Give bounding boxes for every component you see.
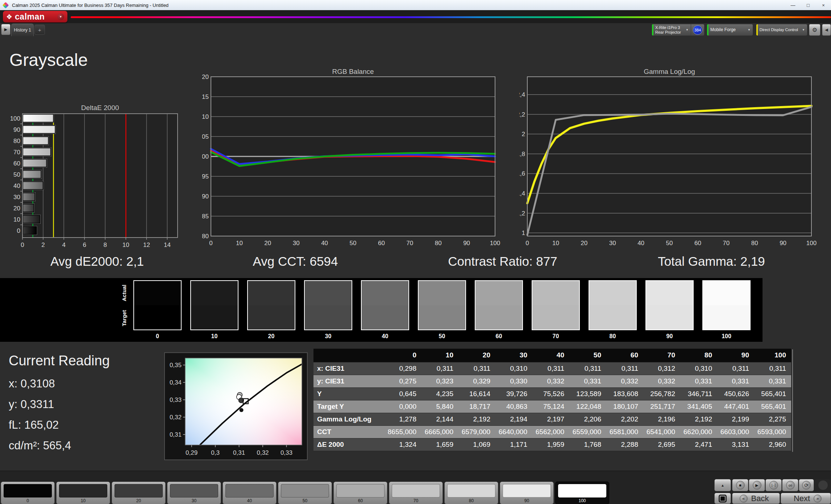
pattern-label: 20 bbox=[112, 498, 165, 503]
svg-text:100: 100 bbox=[490, 240, 500, 247]
table-scrollbar[interactable] bbox=[792, 349, 793, 452]
table-cell: 0,329 bbox=[458, 375, 495, 387]
svg-text:0,32: 0,32 bbox=[257, 449, 269, 456]
back-button[interactable]: « Back bbox=[732, 493, 780, 504]
collapse-panel-button[interactable]: ◀ bbox=[822, 24, 831, 36]
chevron-down-icon: ▼ bbox=[800, 28, 807, 32]
display-control-dropdown[interactable]: Direct Display Control ▼ bbox=[756, 24, 807, 36]
table-cell: 2,275 bbox=[754, 413, 791, 425]
svg-text:0: 0 bbox=[209, 240, 212, 247]
maximize-button[interactable]: □ bbox=[801, 0, 816, 10]
reading-fl: fL: 165,02 bbox=[9, 419, 59, 432]
table-cell: 2,199 bbox=[717, 413, 754, 425]
grayscale-swatch-60 bbox=[475, 280, 523, 330]
chevron-down-icon: ▼ bbox=[684, 28, 691, 32]
svg-text:80: 80 bbox=[435, 240, 442, 247]
table-cell: 1,324 bbox=[385, 438, 421, 451]
read-continuous-button[interactable]: ∞ bbox=[782, 479, 798, 491]
svg-text:1,2: 1,2 bbox=[519, 210, 525, 217]
expand-patterns-button[interactable]: ▲ bbox=[714, 479, 731, 491]
settings-button[interactable]: ⚙ bbox=[809, 24, 820, 36]
pattern-swatch bbox=[281, 484, 329, 497]
back-chevrons-icon: « bbox=[740, 495, 748, 503]
pattern-patch-0[interactable]: 0 bbox=[1, 482, 55, 504]
svg-text:1,6: 1,6 bbox=[519, 170, 525, 177]
table-row: CCT8655,0006665,0006579,0006640,0006562,… bbox=[313, 425, 791, 438]
table-cell: 565,401 bbox=[754, 400, 791, 413]
table-row-label: CCT bbox=[313, 425, 385, 438]
svg-text:110: 110 bbox=[202, 113, 209, 120]
table-cell: 346,711 bbox=[680, 387, 717, 400]
pattern-patch-50[interactable]: 50 bbox=[278, 482, 332, 504]
table-col-header-80: 80 bbox=[680, 349, 717, 362]
grayscale-swatch-10 bbox=[190, 280, 238, 330]
table-cell: 0,332 bbox=[643, 375, 680, 387]
close-button[interactable]: × bbox=[816, 0, 831, 10]
table-cell: 6579,000 bbox=[458, 425, 495, 438]
meter-mode: Rear Projector bbox=[655, 30, 681, 34]
pattern-patch-40[interactable]: 40 bbox=[223, 482, 277, 504]
svg-text:95: 95 bbox=[202, 173, 209, 180]
reading-indicator bbox=[815, 479, 831, 491]
table-cell: 565,401 bbox=[754, 387, 791, 400]
table-cell: 2,288 bbox=[606, 438, 643, 451]
swatch-target bbox=[134, 305, 181, 329]
pattern-swatch bbox=[59, 484, 107, 497]
pattern-patch-20[interactable]: 20 bbox=[112, 482, 166, 504]
table-row: y: CIE310,2750,3230,3290,3300,3320,3310,… bbox=[313, 375, 791, 387]
minimize-button[interactable]: — bbox=[785, 0, 801, 10]
pattern-swatch bbox=[392, 484, 440, 497]
table-cell: 1,069 bbox=[458, 438, 495, 451]
table-row-label: Target Y bbox=[313, 400, 385, 413]
table-cell: 0,312 bbox=[643, 362, 680, 375]
swatch-actual bbox=[646, 281, 693, 305]
reading-cdm2: cd/m²: 565,4 bbox=[9, 439, 71, 452]
meter-dropdown[interactable]: X-Rite i1Pro 3 Rear Projector ▼ 384 bbox=[652, 24, 705, 36]
pattern-patch-10[interactable]: 10 bbox=[56, 482, 110, 504]
table-cell: 4,235 bbox=[421, 387, 458, 400]
read-series-button[interactable]: [··] bbox=[765, 479, 782, 491]
svg-text:60: 60 bbox=[694, 240, 701, 247]
svg-text:0,31: 0,31 bbox=[233, 449, 245, 456]
app-header-bar: ❖ calman ▼ bbox=[0, 10, 831, 23]
table-cell: 450,626 bbox=[717, 387, 754, 400]
pattern-patch-100[interactable]: 100 bbox=[555, 482, 609, 504]
svg-text:40: 40 bbox=[13, 182, 20, 189]
grayscale-swatch-30 bbox=[304, 280, 352, 330]
grayscale-swatch-strip: Actual Target 0102030405060708090100 bbox=[0, 278, 763, 342]
table-cell: 0,311 bbox=[606, 362, 643, 375]
svg-text:10: 10 bbox=[122, 242, 129, 248]
pattern-patch-60[interactable]: 60 bbox=[333, 482, 387, 504]
svg-text:100: 100 bbox=[806, 240, 817, 247]
pattern-patch-70[interactable]: 70 bbox=[389, 482, 443, 504]
svg-text:70: 70 bbox=[723, 240, 730, 247]
svg-text:10: 10 bbox=[552, 240, 559, 247]
svg-text:0,35: 0,35 bbox=[170, 362, 182, 369]
tab-history-1[interactable]: History 1 bbox=[11, 24, 34, 36]
swatch-target bbox=[248, 305, 295, 329]
back-label: Back bbox=[751, 494, 769, 503]
pattern-window-button[interactable] bbox=[714, 493, 731, 504]
svg-text:115: 115 bbox=[202, 93, 209, 100]
calman-menu-button[interactable]: ❖ calman ▼ bbox=[3, 11, 67, 22]
add-tab-button[interactable]: + bbox=[34, 25, 45, 35]
pattern-patch-80[interactable]: 80 bbox=[444, 482, 498, 504]
swatch-actual bbox=[419, 281, 465, 305]
pattern-label: 60 bbox=[334, 498, 387, 503]
next-button[interactable]: Next » bbox=[781, 493, 831, 504]
swatch-actual bbox=[362, 281, 408, 305]
swatch-level-label: 40 bbox=[361, 333, 409, 340]
table-cell: 2,192 bbox=[458, 413, 495, 425]
rainbow-divider bbox=[71, 16, 831, 18]
cie-chromaticity-panel: 0,290,30,310,320,330,350,340,330,320,31 bbox=[164, 352, 308, 460]
chevron-down-icon: ▼ bbox=[745, 28, 753, 32]
left-arrow-icon: ◀ bbox=[825, 28, 828, 32]
stop-measure-button[interactable]: ■ bbox=[732, 479, 748, 491]
tab-scroll-button[interactable]: ▶ bbox=[1, 24, 11, 35]
read-once-button[interactable]: ▶ bbox=[749, 479, 765, 491]
source-dropdown[interactable]: Mobile Forge ▼ bbox=[707, 24, 753, 36]
autocal-button[interactable]: ⟳ bbox=[799, 479, 814, 491]
stop-icon: ■ bbox=[736, 481, 745, 490]
pattern-patch-30[interactable]: 30 bbox=[167, 482, 221, 504]
pattern-patch-90[interactable]: 90 bbox=[500, 482, 554, 504]
